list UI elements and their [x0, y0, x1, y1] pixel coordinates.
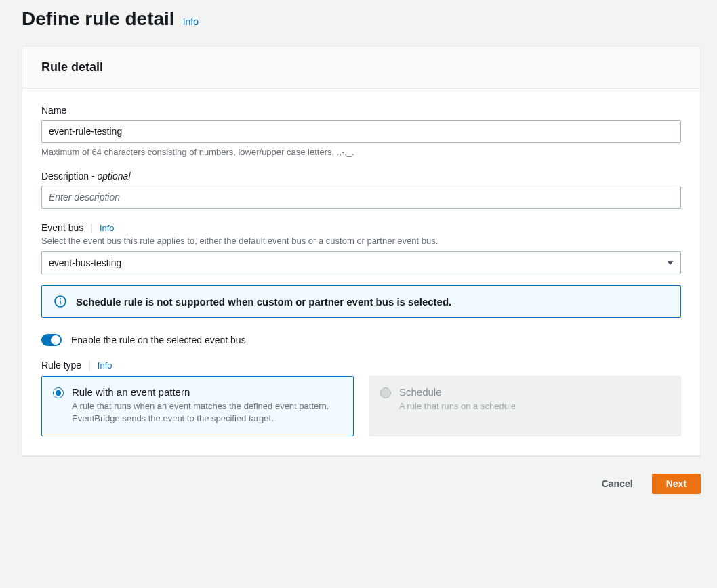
name-input[interactable] — [41, 120, 681, 143]
info-alert: Schedule rule is not supported when cust… — [41, 285, 681, 318]
enable-toggle-row: Enable the rule on the selected event bu… — [41, 334, 681, 346]
rule-type-info-link[interactable]: Info — [98, 360, 112, 371]
footer-actions: Cancel Next — [22, 474, 701, 494]
chevron-down-icon — [667, 261, 674, 265]
radio-icon — [53, 387, 64, 398]
svg-point-1 — [60, 298, 61, 299]
name-field-group: Name Maximum of 64 characters consisting… — [41, 105, 681, 157]
info-circle-icon — [54, 295, 66, 308]
tile-title: Rule with an event pattern — [72, 386, 342, 398]
name-label: Name — [41, 105, 681, 116]
panel-title: Rule detail — [41, 60, 681, 75]
svg-rect-2 — [60, 300, 61, 304]
toggle-knob — [51, 335, 60, 345]
description-input[interactable] — [41, 186, 681, 209]
page-info-link[interactable]: Info — [183, 16, 199, 27]
tile-title: Schedule — [399, 386, 516, 398]
panel-header: Rule detail — [22, 47, 700, 89]
tile-description: A rule that runs on a schedule — [399, 400, 516, 413]
separator: | — [88, 360, 91, 371]
event-bus-field-group: Event bus | Info Select the event bus th… — [41, 222, 681, 318]
cancel-button[interactable]: Cancel — [594, 474, 641, 493]
event-bus-label: Event bus — [41, 222, 83, 233]
name-hint: Maximum of 64 characters consisting of n… — [41, 147, 681, 157]
event-bus-select[interactable]: event-bus-testing — [41, 251, 681, 274]
enable-toggle-label: Enable the rule on the selected event bu… — [71, 335, 246, 345]
page-title: Define rule detail — [22, 8, 175, 30]
description-field-group: Description - optional — [41, 171, 681, 209]
separator: | — [90, 222, 93, 233]
rule-type-label: Rule type — [41, 360, 81, 371]
rule-type-option-schedule: Schedule A rule that runs on a schedule — [369, 376, 681, 436]
rule-type-group: Rule type | Info Rule with an event patt… — [41, 360, 681, 436]
description-label-text: Description - — [41, 171, 97, 182]
radio-icon — [380, 387, 391, 398]
tile-description: A rule that runs when an event matches t… — [72, 400, 342, 425]
event-bus-info-link[interactable]: Info — [100, 223, 115, 233]
rule-detail-panel: Rule detail Name Maximum of 64 character… — [22, 46, 701, 456]
rule-type-option-event-pattern[interactable]: Rule with an event pattern A rule that r… — [41, 376, 354, 436]
event-bus-hint: Select the event bus this rule applies t… — [41, 236, 681, 246]
event-bus-selected-value: event-bus-testing — [49, 257, 121, 268]
alert-message: Schedule rule is not supported when cust… — [76, 296, 451, 308]
enable-rule-toggle[interactable] — [41, 334, 62, 346]
description-optional-text: optional — [97, 171, 130, 182]
page-header: Define rule detail Info — [22, 8, 701, 30]
next-button[interactable]: Next — [652, 474, 701, 494]
description-label: Description - optional — [41, 171, 681, 182]
